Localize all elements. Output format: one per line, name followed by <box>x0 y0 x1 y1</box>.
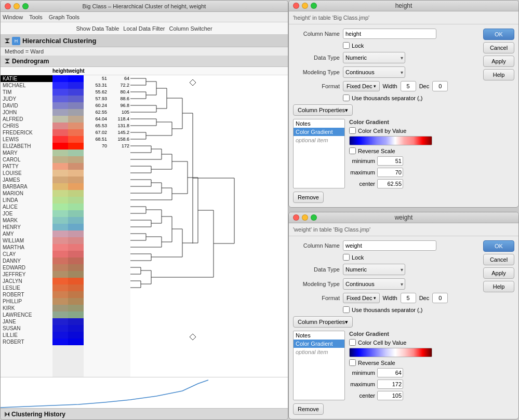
height-minimum-row: minimum <box>349 156 479 166</box>
menu-window[interactable]: Window <box>3 14 23 20</box>
history-expand-icon[interactable] <box>5 412 9 417</box>
weight-modeling-type-label: Modeling Type <box>293 281 340 287</box>
notes-item-optional[interactable]: optional item <box>294 136 344 144</box>
weight-lock-checkbox[interactable] <box>343 254 350 261</box>
height-ok-button[interactable]: OK <box>483 29 514 40</box>
height-color-cell-row: Color Cell by Value <box>349 127 479 134</box>
height-cancel-button[interactable]: Cancel <box>483 42 514 53</box>
weight-notes-item-optional[interactable]: optional item <box>294 348 344 356</box>
weight-data-type-select[interactable]: Numeric <box>343 264 405 275</box>
column-name-input[interactable] <box>343 29 436 39</box>
height-minimum-input[interactable] <box>377 156 403 166</box>
maximize-button[interactable] <box>22 3 29 9</box>
thousands-sep-checkbox[interactable] <box>343 94 350 101</box>
weight-dec-input[interactable] <box>432 293 448 303</box>
dendro-svg <box>130 75 288 345</box>
name-row-tim: TIM <box>1 89 52 96</box>
height-dialog-titlebar: height <box>289 1 518 11</box>
local-data-filter-btn[interactable]: Local Data Filter <box>123 25 165 32</box>
heat-cell-h13 <box>52 156 68 163</box>
weight-help-label: Help <box>493 283 505 290</box>
weight-apply-button[interactable]: Apply <box>483 267 514 279</box>
weight-notes-item-notes[interactable]: Notes <box>294 331 344 340</box>
heat-cell-h6 <box>52 109 68 116</box>
heat-cell-h15 <box>52 170 68 177</box>
main-title-bar: Big Class – Hierarchical Cluster of heig… <box>1 1 288 12</box>
fixed-dec-button[interactable]: Fixed Dec ▾ <box>343 81 380 91</box>
weight-dialog-min[interactable] <box>302 214 308 221</box>
heat-cell-w31 <box>68 278 84 284</box>
weight-column-name-input[interactable] <box>343 240 436 251</box>
modeling-type-select[interactable]: Continuous <box>343 66 405 78</box>
height-dialog-close[interactable] <box>293 3 299 9</box>
weight-ok-button[interactable]: OK <box>483 240 514 252</box>
width-input[interactable] <box>401 81 416 91</box>
column-switcher-btn[interactable]: Column Switcher <box>169 25 212 32</box>
height-center-label: center <box>349 181 375 187</box>
lock-checkbox[interactable] <box>343 42 350 49</box>
weight-thousands-sep-checkbox[interactable] <box>343 306 350 313</box>
height-remove-button[interactable]: Remove <box>293 192 324 203</box>
weight-notes-item-color-gradient[interactable]: Color Gradient <box>294 340 344 348</box>
weight-reverse-scale-checkbox[interactable] <box>349 359 356 366</box>
notes-item-color-gradient[interactable]: Color Gradient <box>294 128 344 136</box>
heat-cell-h2 <box>52 82 68 89</box>
height-maximum-input[interactable] <box>377 168 403 177</box>
weight-dialog-traffic-lights <box>293 214 317 221</box>
weight-cancel-button[interactable]: Cancel <box>483 254 514 265</box>
heat-cell-h9 <box>52 129 68 136</box>
height-dialog-traffic-lights <box>293 3 317 9</box>
heat-cell-h10 <box>52 136 68 143</box>
weight-col-props-button[interactable]: Column Properties▾ <box>293 316 353 328</box>
name-row-susan: SUSAN <box>1 325 52 332</box>
weight-minimum-input[interactable] <box>377 368 403 377</box>
data-type-label: Data Type <box>293 55 340 61</box>
height-apply-button[interactable]: Apply <box>483 56 514 67</box>
weight-maximum-input[interactable] <box>377 380 403 389</box>
name-row-john: JOHN <box>1 109 52 116</box>
heat-cell-h23 <box>52 224 68 231</box>
name-row-william: WILLIAM <box>1 237 52 244</box>
notes-item-notes[interactable]: Notes <box>294 119 344 128</box>
weight-modeling-type-select[interactable]: Continuous <box>343 278 405 290</box>
dendro-expand-icon[interactable] <box>5 59 10 63</box>
heat-cell-h4 <box>52 96 68 102</box>
weight-color-cell-checkbox[interactable] <box>349 339 356 346</box>
menu-tools[interactable]: Tools <box>29 14 43 20</box>
col-props-label: Column Properties▾ <box>298 107 348 114</box>
heat-cell-h11 <box>52 143 68 150</box>
weight-dialog-close[interactable] <box>293 214 299 221</box>
weight-center-input[interactable] <box>377 391 403 400</box>
name-row-mark: MARK <box>1 217 52 224</box>
heat-cell-w2 <box>68 82 84 89</box>
heat-cell-w18 <box>68 190 84 197</box>
height-color-cell-checkbox[interactable] <box>349 127 356 134</box>
name-row-louise: LOUISE <box>1 170 52 177</box>
heat-cell-h26 <box>52 244 68 251</box>
weight-thousands-sep-label: Use thousands separator (,) <box>352 307 422 313</box>
weight-fixed-dec-button[interactable]: Fixed Dec ▾ <box>343 293 380 303</box>
weight-dialog-max[interactable] <box>311 214 317 221</box>
height-help-button[interactable]: Help <box>483 69 514 80</box>
weight-width-input[interactable] <box>401 293 416 303</box>
close-button[interactable] <box>5 3 11 9</box>
height-dialog-min[interactable] <box>302 3 308 9</box>
modeling-type-label: Modeling Type <box>293 69 340 75</box>
minimize-button[interactable] <box>14 3 20 9</box>
data-type-select[interactable]: Numeric <box>343 52 405 63</box>
weight-help-button[interactable]: Help <box>483 281 514 292</box>
show-data-table-btn[interactable]: Show Data Table <box>76 25 119 32</box>
height-dialog-buttons: OK Cancel Apply Help <box>483 29 514 203</box>
data-type-select-wrapper: Numeric <box>343 52 405 63</box>
col-props-button[interactable]: Column Properties▾ <box>293 104 353 116</box>
menu-graph-tools[interactable]: Graph Tools <box>49 14 79 20</box>
height-dialog-max[interactable] <box>311 3 317 9</box>
height-center-input[interactable] <box>377 179 403 188</box>
expand-icon[interactable] <box>5 38 10 43</box>
height-reverse-scale-checkbox[interactable] <box>349 147 356 154</box>
heat-cell-h16 <box>52 177 68 183</box>
weight-remove-button[interactable]: Remove <box>293 403 324 415</box>
dec-input[interactable] <box>432 81 448 91</box>
heat-cell-w12 <box>68 150 84 156</box>
heat-cell-w16 <box>68 177 84 183</box>
